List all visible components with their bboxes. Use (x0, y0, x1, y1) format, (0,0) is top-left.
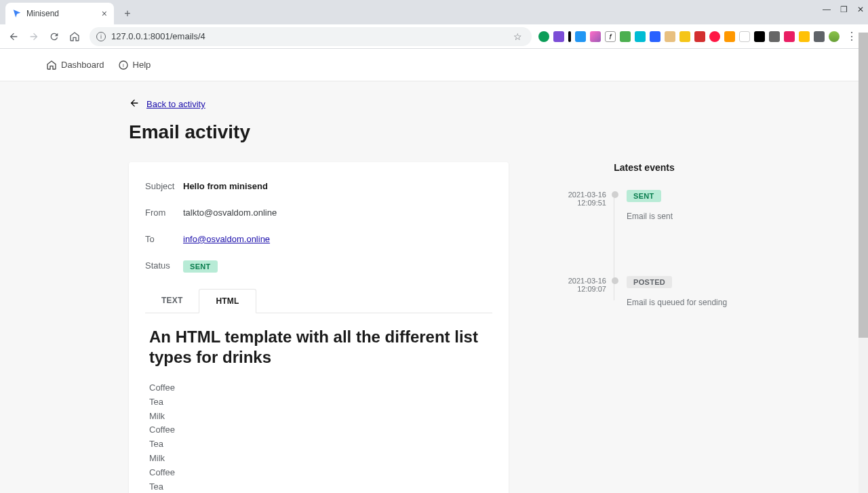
scrollbar-thumb[interactable] (859, 33, 868, 338)
arrow-left-icon (129, 98, 140, 111)
list-item: Tea (149, 395, 488, 410)
tab-html[interactable]: HTML (199, 289, 256, 313)
extension-icon[interactable] (694, 31, 705, 42)
extension-icon[interactable] (635, 31, 646, 42)
extension-icon[interactable] (784, 31, 795, 42)
list-item: Coffee (149, 466, 488, 480)
list-item: Tea (149, 437, 488, 452)
extension-icon[interactable] (724, 31, 735, 42)
event-description: Email is queued for sending (627, 298, 739, 307)
extension-icon[interactable] (709, 31, 720, 42)
event-timestamp: 2021-03-16 12:09:51 (549, 189, 606, 221)
tab-title: Minisend (26, 9, 97, 18)
extension-icon[interactable] (568, 31, 571, 42)
back-to-activity-link[interactable]: Back to activity (129, 98, 739, 111)
extension-icon[interactable] (769, 31, 780, 42)
home-icon (46, 60, 57, 71)
browser-chrome: Minisend × + — ❐ ✕ i 127.0.0.1:8001/emai… (0, 0, 868, 49)
timeline-column: Latest events 2021-03-16 12:09:51 SENT E… (549, 162, 739, 361)
nav-help[interactable]: i Help (118, 60, 151, 71)
to-label: To (145, 234, 183, 244)
minimize-icon[interactable]: — (823, 5, 831, 14)
email-details-card: Subject Hello from minisend From talkto@… (129, 162, 509, 493)
site-info-icon[interactable]: i (96, 32, 106, 41)
extension-icon[interactable] (650, 31, 660, 42)
from-label: From (145, 208, 183, 218)
browser-toolbar: i 127.0.0.1:8001/emails/4 ☆ f (0, 24, 868, 49)
subject-value: Hello from minisend (183, 181, 268, 191)
list-item: Coffee (149, 423, 488, 437)
browser-menu-icon[interactable]: ⋮ (844, 30, 860, 43)
back-link-label: Back to activity (146, 99, 205, 109)
extension-icon[interactable] (538, 31, 549, 42)
extension-icon[interactable] (679, 31, 690, 42)
tab-text[interactable]: TEXT (145, 289, 199, 313)
event-timestamp: 2021-03-16 12:09:07 (549, 275, 606, 307)
url-display: 127.0.0.1:8001/emails/4 (111, 31, 508, 41)
page-body: Back to activity Email activity Subject … (0, 81, 868, 493)
forward-icon (26, 28, 42, 45)
timeline: 2021-03-16 12:09:51 SENT Email is sent 2… (549, 189, 739, 307)
event-badge: POSTED (627, 276, 672, 288)
list-item: Milk (149, 410, 488, 424)
tab-close-icon[interactable]: × (102, 8, 107, 19)
page-title: Email activity (129, 121, 739, 143)
nav-dashboard[interactable]: Dashboard (46, 60, 104, 71)
event-badge: SENT (627, 190, 661, 202)
extension-icon[interactable] (590, 31, 601, 42)
extension-icon[interactable] (754, 31, 765, 42)
address-bar[interactable]: i 127.0.0.1:8001/emails/4 ☆ (90, 27, 532, 46)
nav-dashboard-label: Dashboard (61, 60, 104, 70)
event-description: Email is sent (627, 212, 739, 221)
email-content-title: An HTML template with all the different … (145, 327, 492, 368)
extension-icon[interactable]: f (605, 31, 616, 42)
tab-bar: Minisend × + — ❐ ✕ (0, 0, 868, 24)
svg-text:i: i (123, 62, 124, 68)
reload-icon[interactable] (46, 28, 62, 45)
browser-tab[interactable]: Minisend × (5, 3, 114, 24)
extensions-area: f ⋮ (538, 30, 863, 43)
list-item: Tea (149, 480, 488, 493)
status-label: Status (145, 260, 183, 273)
timeline-title: Latest events (549, 162, 739, 173)
extension-icon[interactable] (553, 31, 564, 42)
nav-help-label: Help (133, 60, 151, 70)
home-icon[interactable] (66, 28, 83, 45)
scrollbar[interactable] (859, 33, 868, 493)
from-value: talkto@osvaldom.online (183, 208, 277, 218)
timeline-event: 2021-03-16 12:09:07 POSTED Email is queu… (549, 275, 739, 307)
list-item: Milk (149, 452, 488, 466)
timeline-dot-icon (612, 277, 618, 284)
close-window-icon[interactable]: ✕ (857, 5, 864, 14)
profile-avatar-icon[interactable] (829, 31, 840, 42)
extension-icon[interactable] (620, 31, 631, 42)
extension-icon[interactable] (575, 31, 586, 42)
email-content-list: Coffee Tea Milk Coffee Tea Milk Coffee T… (145, 381, 492, 493)
status-badge: SENT (183, 260, 218, 273)
extension-icon[interactable] (799, 31, 810, 42)
bookmark-star-icon[interactable]: ☆ (513, 31, 522, 42)
timeline-dot-icon (612, 191, 618, 198)
help-icon: i (118, 60, 129, 71)
tab-favicon-icon (12, 9, 22, 18)
subject-label: Subject (145, 181, 183, 191)
to-value[interactable]: info@osvaldom.online (183, 234, 270, 244)
extensions-puzzle-icon[interactable] (814, 31, 825, 42)
extension-icon[interactable] (739, 31, 750, 42)
maximize-icon[interactable]: ❐ (840, 5, 848, 14)
timeline-event: 2021-03-16 12:09:51 SENT Email is sent (549, 189, 739, 221)
back-icon[interactable] (5, 28, 22, 45)
extension-icon[interactable] (665, 31, 675, 42)
list-item: Coffee (149, 381, 488, 395)
content-tabs: TEXT HTML (145, 289, 492, 313)
app-header: Dashboard i Help (0, 49, 868, 81)
new-tab-button[interactable]: + (118, 4, 137, 23)
window-controls: — ❐ ✕ (823, 0, 864, 19)
